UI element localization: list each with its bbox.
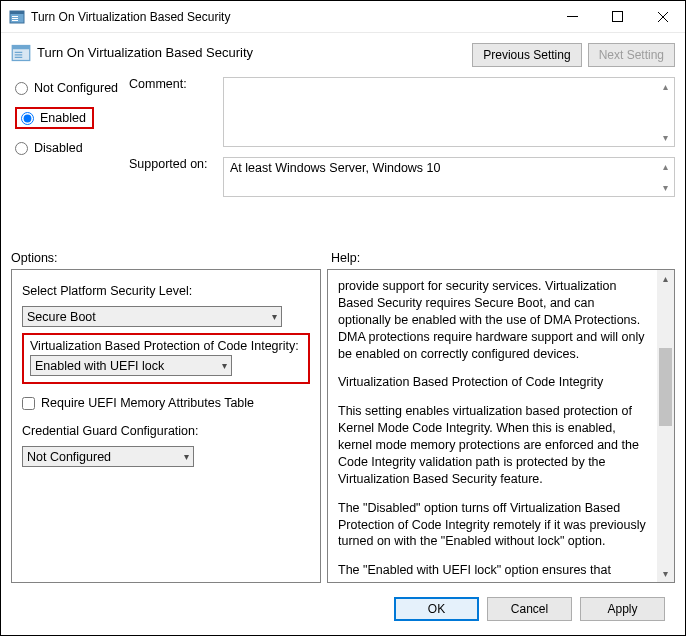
supported-value: At least Windows Server, Windows 10 [230, 161, 441, 175]
platform-security-label: Select Platform Security Level: [22, 284, 310, 298]
scroll-up-icon[interactable]: ▴ [657, 158, 674, 175]
svg-rect-9 [12, 46, 30, 50]
state-radio-group: Not Configured Enabled Disabled [11, 73, 129, 237]
dialog-buttons: OK Cancel Apply [1, 591, 685, 635]
require-uefi-checkbox[interactable]: Require UEFI Memory Attributes Table [22, 396, 310, 410]
scroll-down-icon[interactable]: ▾ [657, 179, 674, 196]
supported-label: Supported on: [129, 157, 223, 179]
ok-button[interactable]: OK [394, 597, 479, 621]
help-paragraph: provide support for security services. V… [338, 278, 647, 362]
checkbox-label: Require UEFI Memory Attributes Table [41, 396, 254, 410]
radio-label: Enabled [40, 111, 86, 125]
svg-rect-4 [12, 20, 18, 21]
minimize-button[interactable] [550, 2, 595, 32]
vbpci-select[interactable]: Enabled with UEFI lock ▾ [30, 355, 232, 376]
help-panel: provide support for security services. V… [327, 269, 675, 583]
options-label: Options: [11, 251, 331, 265]
svg-rect-2 [12, 16, 18, 17]
config-area: Not Configured Enabled Disabled Comment:… [1, 73, 685, 243]
vbpci-group-highlight: Virtualization Based Protection of Code … [22, 333, 310, 384]
svg-rect-5 [613, 12, 623, 22]
scrollbar-thumb[interactable] [659, 348, 672, 426]
help-paragraph: This setting enables virtualization base… [338, 403, 647, 487]
window-icon [9, 9, 25, 25]
titlebar: Turn On Virtualization Based Security [1, 1, 685, 33]
apply-button[interactable]: Apply [580, 597, 665, 621]
radio-enabled[interactable]: Enabled [15, 107, 94, 129]
scroll-down-icon[interactable]: ▾ [657, 129, 674, 146]
comment-label: Comment: [129, 77, 223, 99]
radio-not-configured[interactable]: Not Configured [11, 77, 129, 99]
radio-disabled[interactable]: Disabled [11, 137, 129, 159]
header: Turn On Virtualization Based Security Pr… [1, 33, 685, 73]
help-paragraph: The "Disabled" option turns off Virtuali… [338, 500, 647, 551]
radio-label: Not Configured [34, 81, 118, 95]
policy-title: Turn On Virtualization Based Security [37, 43, 472, 60]
policy-icon [11, 43, 31, 63]
radio-label: Disabled [34, 141, 83, 155]
scroll-down-icon[interactable]: ▾ [657, 565, 674, 582]
cancel-button[interactable]: Cancel [487, 597, 572, 621]
scroll-up-icon[interactable]: ▴ [657, 270, 674, 287]
panels: Select Platform Security Level: Secure B… [1, 269, 685, 591]
svg-rect-10 [15, 52, 23, 53]
vbpci-label: Virtualization Based Protection of Code … [30, 339, 302, 353]
maximize-button[interactable] [595, 2, 640, 32]
options-panel: Select Platform Security Level: Secure B… [11, 269, 321, 583]
select-value: Enabled with UEFI lock [35, 359, 164, 373]
scrollbar-track[interactable] [657, 287, 674, 565]
select-value: Secure Boot [27, 310, 96, 324]
help-paragraph: The "Enabled with UEFI lock" option ensu… [338, 562, 647, 582]
credential-guard-select[interactable]: Not Configured ▾ [22, 446, 194, 467]
help-scrollbar[interactable]: ▴ ▾ [657, 270, 674, 582]
scroll-up-icon[interactable]: ▴ [657, 78, 674, 95]
panel-labels: Options: Help: [1, 243, 685, 269]
platform-security-select[interactable]: Secure Boot ▾ [22, 306, 282, 327]
help-text: provide support for security services. V… [328, 270, 657, 582]
select-value: Not Configured [27, 450, 111, 464]
comment-field[interactable]: ▴ ▾ [223, 77, 675, 147]
svg-rect-12 [15, 57, 23, 58]
previous-setting-button[interactable]: Previous Setting [472, 43, 581, 67]
chevron-down-icon: ▾ [272, 311, 277, 322]
chevron-down-icon: ▾ [222, 360, 227, 371]
close-button[interactable] [640, 2, 685, 32]
supported-scrollbar[interactable]: ▴ ▾ [657, 158, 674, 196]
chevron-down-icon: ▾ [184, 451, 189, 462]
window-title: Turn On Virtualization Based Security [31, 10, 550, 24]
comment-scrollbar[interactable]: ▴ ▾ [657, 78, 674, 146]
credential-guard-label: Credential Guard Configuration: [22, 424, 310, 438]
svg-rect-3 [12, 18, 18, 19]
svg-rect-11 [15, 54, 23, 55]
help-paragraph: Virtualization Based Protection of Code … [338, 374, 647, 391]
help-label: Help: [331, 251, 360, 265]
next-setting-button[interactable]: Next Setting [588, 43, 675, 67]
svg-rect-1 [10, 11, 24, 14]
supported-field: At least Windows Server, Windows 10 ▴ ▾ [223, 157, 675, 197]
